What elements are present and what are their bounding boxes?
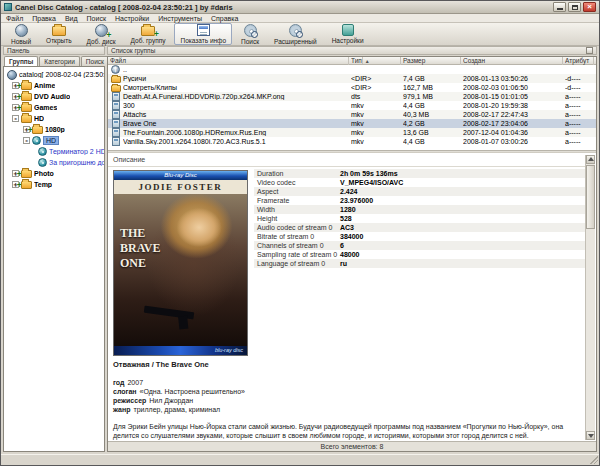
expander-icon[interactable] xyxy=(12,115,19,122)
table-row[interactable]: Vanilla.Sky.2001.x264.1080i.720.AC3.Rus.… xyxy=(108,137,596,146)
maximize-icon xyxy=(572,5,578,10)
new-catalog-icon xyxy=(15,24,28,37)
expander-icon[interactable] xyxy=(12,181,19,188)
expander-icon[interactable] xyxy=(12,82,19,89)
file-list: Файл Тип▲ Размер Создан Атрибут .. Русич… xyxy=(108,57,596,150)
column-header-type[interactable]: Тип▲ xyxy=(351,57,401,65)
tree-item-disc-terminator2[interactable]: Терминатор 2 HD xyxy=(4,146,104,157)
toolbar: Новый Открыть Доб. диск Доб. группу Пока… xyxy=(1,23,599,46)
expander-icon[interactable] xyxy=(12,170,19,177)
column-header-created[interactable]: Создан xyxy=(463,57,563,65)
folder-icon xyxy=(111,85,121,92)
menu-settings[interactable]: Настройки xyxy=(115,15,149,22)
window-controls: × xyxy=(553,2,596,12)
bluray-bottom-band: blu-ray disc xyxy=(114,346,247,355)
search-button[interactable]: Поиск xyxy=(235,23,265,45)
tab-groups[interactable]: Группы xyxy=(4,56,38,66)
table-row[interactable]: Русичи <DIR> 7,4 GB 2008-01-13 03:50:26 … xyxy=(108,74,596,83)
settings-button[interactable]: Настройки xyxy=(326,23,370,45)
right-panel-header: Список группы xyxy=(107,46,597,55)
maximize-button[interactable] xyxy=(568,2,581,12)
minimize-button[interactable] xyxy=(553,2,566,12)
add-disc-button[interactable]: Доб. диск xyxy=(81,23,122,45)
expander-icon[interactable] xyxy=(23,137,30,144)
tab-search[interactable]: Поиск xyxy=(81,56,109,66)
detail-row: Framerate23.976000 xyxy=(254,196,590,205)
cover-actor-name: JODIE FOSTER xyxy=(114,182,247,192)
sidebar: Группы Категории Поиск catalog[ 2008-02-… xyxy=(3,56,105,452)
tree-item-hd[interactable]: HD xyxy=(4,113,104,124)
tree-item-games[interactable]: Games xyxy=(4,102,104,113)
scrollbar[interactable] xyxy=(585,155,595,440)
show-info-icon xyxy=(197,24,210,36)
advanced-search-button[interactable]: Расширенный xyxy=(268,23,323,45)
description-panel: Описание Blu-ray Disc JODIE FOSTER THE B… xyxy=(108,154,596,441)
scroll-down-icon[interactable] xyxy=(586,431,595,440)
description-paragraph: Для Эрики Бейн улицы Нью-Йорка стали сам… xyxy=(113,422,582,440)
tree-item-disc-fistful[interactable]: За пригоршню долларов xyxy=(4,157,104,168)
menu-tools[interactable]: Инструменты xyxy=(158,15,202,22)
tree-item-catalog-root[interactable]: catalog[ 2008-02-04 (23:50:21) ] xyxy=(4,69,104,80)
panel-header-button[interactable] xyxy=(586,47,593,54)
cover-photo: THE BRAVE ONE xyxy=(114,194,247,346)
open-button[interactable]: Открыть xyxy=(40,23,78,45)
detail-row: Sampling rate of stream 048000 xyxy=(254,250,590,259)
expander-icon[interactable] xyxy=(12,104,19,111)
minimize-icon xyxy=(557,8,563,10)
video-file-icon xyxy=(112,92,120,101)
tree-item-1080p[interactable]: 1080p xyxy=(4,124,104,135)
menu-help[interactable]: Справка xyxy=(211,15,238,22)
menu-search[interactable]: Поиск xyxy=(87,15,106,22)
folder-icon xyxy=(21,93,32,101)
tab-categories[interactable]: Категории xyxy=(39,56,80,66)
resize-grip[interactable] xyxy=(590,456,598,464)
movie-description: Отважная / The Brave One год2007 слоган«… xyxy=(113,360,582,441)
meta-genre: жанртриллер, драма, криминал xyxy=(113,405,582,414)
tree-item-temp[interactable]: Temp xyxy=(4,179,104,190)
close-button[interactable]: × xyxy=(583,2,596,12)
detail-row: Duration2h 0m 59s 136ms xyxy=(254,169,590,178)
scroll-up-icon[interactable] xyxy=(586,155,595,164)
advanced-search-icon xyxy=(289,24,302,37)
cover-title: THE BRAVE ONE xyxy=(120,226,176,271)
detail-row: Language of stream 0ru xyxy=(254,259,590,268)
disc-icon xyxy=(32,136,41,145)
scroll-thumb[interactable] xyxy=(586,165,595,229)
up-icon xyxy=(111,65,120,74)
menu-edit[interactable]: Правка xyxy=(32,15,56,22)
file-list-header: Файл Тип▲ Размер Создан Атрибут xyxy=(108,57,596,65)
show-info-button[interactable]: Показать инфо xyxy=(174,23,232,45)
status-total-items: Всего элементов: 8 xyxy=(108,441,596,451)
tree-item-anime[interactable]: Anime xyxy=(4,80,104,91)
new-catalog-button[interactable]: Новый xyxy=(5,23,37,45)
disc-icon xyxy=(38,147,47,156)
meta-tagline: слоган«Одна. Настроена решительно» xyxy=(113,387,582,396)
expander-icon[interactable] xyxy=(23,126,30,133)
expander-icon[interactable] xyxy=(12,93,19,100)
column-header-size[interactable]: Размер xyxy=(403,57,461,65)
tree-item-hd-disc-group[interactable]: HD xyxy=(4,135,104,146)
table-row[interactable]: Attachs mkv 40,3 MB 2008-02-17 22:47:43 … xyxy=(108,110,596,119)
tree-item-photo[interactable]: Photo xyxy=(4,168,104,179)
add-disc-icon xyxy=(95,24,108,37)
video-file-icon xyxy=(112,137,120,146)
menu-view[interactable]: Вид xyxy=(65,15,78,22)
add-group-button[interactable]: Доб. группу xyxy=(125,23,172,45)
detail-row: Bitrate of stream 0384000 xyxy=(254,232,590,241)
column-header-attr[interactable]: Атрибут xyxy=(565,57,594,65)
column-header-file[interactable]: Файл xyxy=(110,57,349,65)
table-row[interactable]: The.Fountain.2006.1080p.HDRemux.Rus.Eng … xyxy=(108,128,596,137)
add-group-icon xyxy=(141,24,155,36)
detail-row: Height528 xyxy=(254,214,590,223)
detail-row: Video codecV_MPEG4/ISO/AVC xyxy=(254,178,590,187)
table-row[interactable]: Смотреть/Клипы <DIR> 162,7 MB 2008-02-03… xyxy=(108,83,596,92)
folder-icon xyxy=(21,115,32,123)
menu-file[interactable]: Файл xyxy=(6,15,23,22)
table-row-up[interactable]: .. xyxy=(108,65,596,74)
tree-item-dvd-audio[interactable]: DVD Audio xyxy=(4,91,104,102)
group-tree: catalog[ 2008-02-04 (23:50:21) ] Anime D… xyxy=(3,66,105,452)
titlebar[interactable]: Canel Disc Catalog - catalog [ 2008-02-0… xyxy=(1,1,599,14)
table-row[interactable]: 300 mkv 4,4 GB 2008-01-20 19:59:38 a----… xyxy=(108,101,596,110)
table-row[interactable]: Death.At.A.Funeral.HDDVDRip.720p.x264.MK… xyxy=(108,92,596,101)
table-row-selected[interactable]: Brave One mkv 4,2 GB 2008-02-17 23:04:06… xyxy=(108,119,596,128)
